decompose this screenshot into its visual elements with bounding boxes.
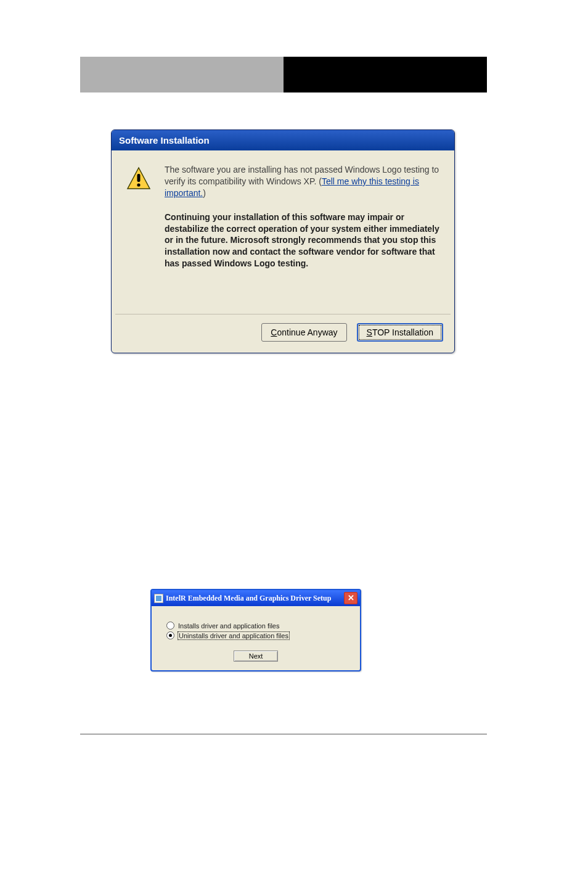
dialog-titlebar: IntelR Embedded Media and Graphics Drive…: [152, 590, 360, 606]
dialog-body: The software you are installing has not …: [112, 150, 454, 277]
btn-text: TOP Installation: [372, 327, 433, 337]
software-installation-dialog: Software Installation The software you a…: [111, 129, 455, 353]
warning-icon: [126, 166, 151, 191]
uninstall-option-label: Uninstalls driver and application files: [178, 632, 289, 639]
stop-installation-button[interactable]: STOP Installation: [357, 323, 443, 342]
dialog-message: The software you are installing has not …: [165, 164, 439, 269]
next-button[interactable]: Next: [234, 651, 278, 662]
footer-separator: [80, 734, 487, 734]
dialog-body: Installs driver and application files Un…: [152, 606, 360, 670]
svg-point-2: [137, 183, 140, 186]
button-row: Next: [166, 651, 345, 662]
header-left: [80, 57, 284, 92]
radio-selected-icon: [166, 631, 174, 639]
mnemonic: C: [271, 327, 277, 337]
close-icon: ✕: [348, 593, 354, 603]
svg-rect-1: [137, 174, 141, 182]
uninstall-option-row[interactable]: Uninstalls driver and application files: [166, 631, 345, 639]
dialog-title: Software Installation: [112, 130, 454, 150]
app-icon: [154, 594, 163, 603]
titlebar-left: IntelR Embedded Media and Graphics Drive…: [154, 594, 331, 603]
continue-anyway-button[interactable]: Continue Anyway: [261, 323, 346, 342]
dialog-button-row: Continue Anyway STOP Installation: [112, 314, 454, 353]
intro-close: ): [203, 188, 206, 198]
radio-unselected-icon: [166, 622, 174, 630]
install-option-label: Installs driver and application files: [178, 622, 279, 630]
page-header-bar: [80, 57, 487, 92]
bold-warning-text: Continuing your installation of this sof…: [165, 212, 439, 269]
close-button[interactable]: ✕: [344, 592, 357, 604]
mnemonic: S: [367, 327, 372, 337]
intel-driver-setup-dialog: IntelR Embedded Media and Graphics Drive…: [150, 589, 361, 671]
install-option-row[interactable]: Installs driver and application files: [166, 622, 345, 630]
dialog-title-text: IntelR Embedded Media and Graphics Drive…: [166, 594, 331, 603]
btn-text: ontinue Anyway: [277, 327, 337, 337]
header-right: [284, 57, 487, 92]
